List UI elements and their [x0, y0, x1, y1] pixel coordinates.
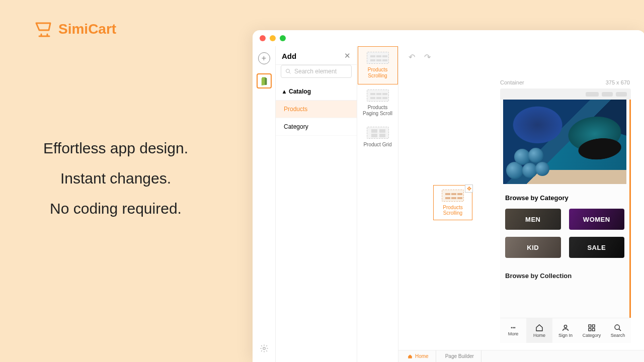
headline-line-2: Instant changes. [0, 163, 231, 194]
window-titlebar [253, 30, 644, 46]
crumb-page-builder[interactable]: Page Builder [436, 350, 481, 362]
element-products-scrolling[interactable]: Products Scrolling [358, 46, 398, 84]
brand-name: SimiCart [58, 21, 116, 37]
svg-rect-5 [589, 328, 591, 331]
device-preview: Browse by Category MEN WOMEN KID SALE Br… [500, 88, 631, 343]
nav-signin[interactable]: Sign In [552, 318, 579, 343]
undo-icon[interactable]: ↶ [409, 52, 415, 62]
section-browse-collection: Browse by Collection [505, 272, 626, 280]
window-zoom-icon[interactable] [280, 35, 286, 41]
grid-icon [588, 324, 596, 332]
category-men[interactable]: MEN [505, 209, 561, 230]
subitem-products[interactable]: Products [276, 101, 357, 118]
drag-ghost-products-scrolling[interactable]: Products Scrolling ✥ [433, 185, 472, 220]
search-icon [614, 324, 622, 332]
container-label: Container [500, 79, 524, 85]
subitem-category[interactable]: Category [276, 118, 357, 136]
thumbnail-icon [442, 190, 464, 202]
add-element-button[interactable]: + [258, 52, 270, 64]
nav-search[interactable]: Search [605, 318, 631, 343]
crumb-home[interactable]: Home [398, 350, 436, 362]
add-panel: Add ✕ Search element ▴ Catalog Products … [276, 46, 357, 362]
more-icon: ••• [511, 325, 515, 330]
search-input[interactable]: Search element [281, 65, 352, 78]
nav-more[interactable]: ••• More [500, 318, 526, 343]
element-products-paging-scroll[interactable]: Products Paging Scroll [358, 84, 398, 122]
device-topbar [500, 88, 631, 100]
breadcrumb: Home Page Builder [398, 350, 644, 362]
svg-point-2 [564, 325, 567, 327]
brand-logo: SimiCart [34, 21, 116, 37]
catalog-section-toggle[interactable]: ▴ Catalog [276, 83, 357, 101]
shopify-icon[interactable] [257, 73, 272, 88]
section-browse-category: Browse by Category [505, 194, 626, 202]
settings-icon[interactable] [260, 344, 269, 355]
svg-point-1 [286, 69, 290, 73]
redo-icon[interactable]: ↷ [424, 52, 431, 62]
nav-home[interactable]: Home [526, 318, 552, 343]
home-icon [535, 324, 543, 332]
move-icon: ✥ [465, 185, 473, 193]
svg-rect-4 [592, 325, 595, 327]
marketing-headline: Effortless app design. Instant changes. … [0, 133, 231, 224]
close-icon[interactable]: ✕ [344, 51, 351, 60]
catalog-label: Catalog [289, 88, 311, 95]
window-close-icon[interactable] [260, 35, 266, 41]
elements-list: Products Scrolling Products Paging Scrol… [357, 46, 398, 362]
category-kid[interactable]: KID [505, 237, 561, 258]
headline-line-1: Effortless app design. [0, 133, 231, 163]
headline-line-3: No coding required. [0, 194, 231, 224]
canvas-toolbar: ↶ ↷ [409, 52, 431, 62]
element-label: Products Paging Scroll [360, 105, 396, 117]
thumbnail-icon [367, 52, 389, 64]
nav-category[interactable]: Category [579, 318, 605, 343]
category-women[interactable]: WOMEN [569, 209, 625, 230]
drag-ghost-label: Products Scrolling [436, 205, 470, 216]
window-minimize-icon[interactable] [270, 35, 276, 41]
thumbnail-icon [367, 89, 389, 102]
svg-point-7 [615, 325, 619, 329]
app-window: + Add ✕ Search element ▴ Catalog Product… [253, 30, 644, 362]
category-sale[interactable]: SALE [569, 237, 625, 258]
element-product-grid[interactable]: Product Grid [358, 122, 398, 153]
element-label: Product Grid [360, 142, 396, 148]
side-rail: + [253, 46, 276, 362]
user-icon [561, 324, 570, 332]
canvas[interactable]: ↶ ↷ Container 375 x 670 Products Scrolli… [398, 46, 644, 362]
add-panel-title: Add [282, 52, 296, 60]
hero-image [503, 100, 626, 184]
svg-point-0 [263, 347, 265, 350]
home-icon [408, 354, 413, 359]
search-placeholder: Search element [294, 68, 337, 75]
chevron-up-icon: ▴ [283, 88, 286, 95]
element-label: Products Scrolling [360, 67, 395, 79]
svg-rect-3 [589, 325, 591, 327]
device-bottom-nav: ••• More Home Sign In Category [500, 318, 631, 343]
thumbnail-icon [367, 127, 389, 139]
svg-rect-6 [592, 328, 595, 331]
search-icon [285, 68, 291, 74]
cart-icon [34, 21, 54, 37]
container-size: 375 x 670 [606, 79, 630, 85]
